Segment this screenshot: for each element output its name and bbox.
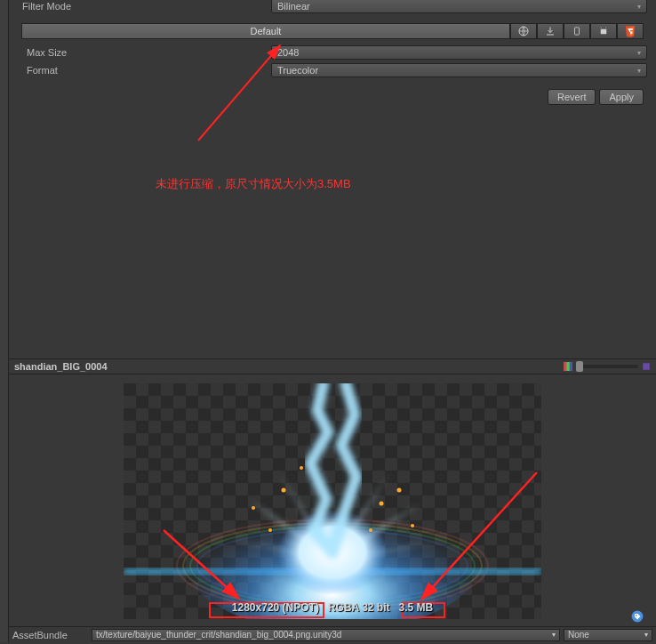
filter-mode-dropdown[interactable]: Bilinear ▾ <box>271 0 647 13</box>
svg-rect-7 <box>566 362 570 371</box>
filter-mode-value: Bilinear <box>277 1 310 12</box>
platform-tab-android[interactable] <box>590 23 617 39</box>
inspector-container: Filter Mode Bilinear ▾ Default Max Size … <box>0 0 656 642</box>
tag-icon[interactable] <box>631 610 644 623</box>
preview-header: shandian_BIG_0004 <box>9 358 656 374</box>
asset-bundle-name-value: tx/texture/baiyue_thunder_crit/shandian_… <box>96 630 341 640</box>
svg-rect-6 <box>564 362 566 371</box>
svg-point-11 <box>183 523 482 608</box>
svg-rect-8 <box>570 362 572 371</box>
dropdown-arrow-icon: ▾ <box>637 49 641 57</box>
phone-icon <box>572 25 581 37</box>
asset-bundle-variant-dropdown[interactable]: None ▾ <box>564 629 652 641</box>
platform-tab-webgl[interactable] <box>617 23 644 39</box>
svg-point-17 <box>282 487 286 492</box>
filter-mode-label: Filter Mode <box>9 1 271 12</box>
svg-line-25 <box>164 530 239 599</box>
preview-area: 1280x720 (NPOT) RGBA 32 bit 3.5 MB <box>9 375 656 626</box>
apply-button[interactable]: Apply <box>599 89 644 105</box>
asset-bundle-variant-value: None <box>568 630 589 640</box>
button-row: Revert Apply <box>9 80 656 105</box>
svg-point-22 <box>369 528 372 532</box>
max-size-value: 2048 <box>277 47 299 58</box>
mip-slider[interactable] <box>576 365 638 368</box>
svg-point-15 <box>181 481 484 619</box>
platform-tab-default-label: Default <box>251 26 282 36</box>
svg-point-28 <box>636 615 637 616</box>
asset-bundle-bar: AssetBundle tx/texture/baiyue_thunder_cr… <box>9 626 656 642</box>
dropdown-arrow-icon: ▾ <box>637 67 641 75</box>
svg-point-23 <box>252 506 255 510</box>
android-icon <box>598 26 609 36</box>
slider-thumb <box>576 361 583 372</box>
max-size-label: Max Size <box>9 47 271 58</box>
dropdown-arrow-icon: ▾ <box>644 631 648 639</box>
platform-tab-standalone[interactable] <box>537 23 564 39</box>
format-dropdown[interactable]: Truecolor ▾ <box>271 63 647 77</box>
preview-title: shandian_BIG_0004 <box>14 361 108 372</box>
svg-point-13 <box>197 530 468 601</box>
svg-point-19 <box>268 528 272 532</box>
info-resolution: 1280x720 (NPOT) <box>232 601 319 614</box>
platform-bar: Default <box>21 23 644 39</box>
download-icon <box>545 26 556 36</box>
lightning-effect <box>124 383 541 619</box>
info-filesize: 3.5 MB <box>398 601 433 614</box>
info-color-format: RGBA 32 bit <box>328 601 390 614</box>
revert-button[interactable]: Revert <box>548 89 596 105</box>
format-value: Truecolor <box>277 65 318 76</box>
dropdown-arrow-icon: ▾ <box>637 3 641 11</box>
svg-point-10 <box>177 519 488 612</box>
svg-point-18 <box>380 501 384 505</box>
platform-tab-ios[interactable] <box>564 23 590 39</box>
html5-icon <box>624 25 636 37</box>
annotation-text: 未进行压缩，原尺寸情况大小为3.5MB <box>156 176 351 192</box>
svg-point-21 <box>300 466 303 470</box>
annotation-arrow-2 <box>159 526 284 610</box>
platform-tab-default[interactable]: Default <box>21 23 510 39</box>
svg-rect-14 <box>124 568 541 575</box>
asset-bundle-label: AssetBundle <box>12 630 88 640</box>
svg-point-3 <box>602 28 603 28</box>
preview-controls <box>564 362 651 371</box>
dropdown-arrow-icon: ▾ <box>552 631 556 639</box>
max-size-dropdown[interactable]: 2048 ▾ <box>271 45 647 60</box>
svg-line-26 <box>421 472 537 600</box>
svg-point-24 <box>411 524 414 527</box>
format-label: Format <box>9 65 271 76</box>
left-edge <box>0 0 9 642</box>
texture-info-bar: 1280x720 (NPOT) RGBA 32 bit 3.5 MB <box>124 601 541 614</box>
mip-icon[interactable] <box>642 362 651 371</box>
texture-preview: 1280x720 (NPOT) RGBA 32 bit 3.5 MB <box>124 383 541 619</box>
svg-point-20 <box>397 487 402 492</box>
svg-point-12 <box>190 527 475 605</box>
globe-icon <box>518 26 529 36</box>
svg-rect-9 <box>643 363 650 370</box>
svg-point-16 <box>277 510 388 595</box>
annotation-arrow-3 <box>412 468 546 610</box>
svg-point-4 <box>604 28 605 28</box>
rgb-icon[interactable] <box>564 362 572 371</box>
asset-bundle-name-dropdown[interactable]: tx/texture/baiyue_thunder_crit/shandian_… <box>92 629 560 641</box>
platform-tab-web[interactable] <box>510 23 537 39</box>
svg-point-2 <box>577 34 578 35</box>
